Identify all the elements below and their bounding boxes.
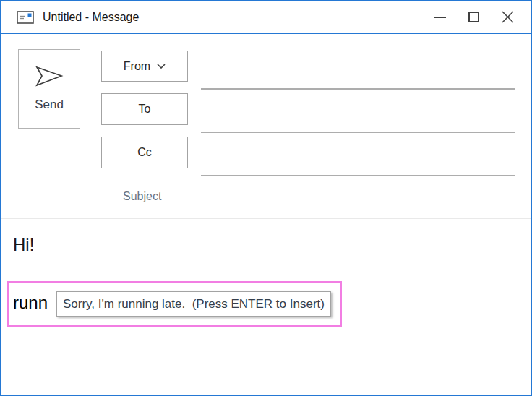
to-button[interactable]: To	[101, 93, 188, 125]
from-button[interactable]: From	[101, 51, 188, 82]
maximize-icon	[468, 12, 479, 22]
subject-label: Subject	[123, 190, 161, 203]
window-title: Untitled - Message	[43, 11, 139, 24]
compose-header: Send From To Cc Subject	[1, 35, 531, 218]
from-input[interactable]	[201, 66, 515, 90]
subject-input[interactable]	[188, 184, 515, 206]
chevron-down-icon	[157, 64, 166, 69]
titlebar: Untitled - Message	[1, 1, 531, 34]
to-button-label: To	[139, 103, 151, 116]
send-button-label: Send	[35, 98, 64, 112]
message-window: Untitled - Message	[0, 0, 532, 396]
body-typed-text: runn	[13, 293, 48, 313]
close-button[interactable]	[491, 1, 525, 33]
paper-plane-icon	[35, 66, 64, 87]
cc-button-label: Cc	[137, 146, 152, 159]
cc-input[interactable]	[201, 152, 515, 176]
minimize-button[interactable]	[423, 1, 457, 33]
text-suggestion-tooltip: Sorry, I'm running late. (Press ENTER to…	[56, 291, 331, 317]
window-controls	[423, 1, 525, 33]
body-greeting-text: Hi!	[13, 235, 34, 255]
message-body-editor[interactable]: Hi! runn Sorry, I'm running late. (Press…	[1, 219, 531, 395]
to-input[interactable]	[201, 109, 515, 133]
minimize-icon	[434, 17, 446, 18]
close-icon	[502, 11, 514, 23]
send-button[interactable]: Send	[18, 49, 80, 129]
message-icon	[17, 11, 34, 24]
suggestion-text: Sorry, I'm running late. (Press ENTER to…	[63, 297, 325, 311]
cc-button[interactable]: Cc	[101, 137, 188, 168]
maximize-button[interactable]	[457, 1, 491, 33]
from-button-label: From	[124, 60, 150, 73]
